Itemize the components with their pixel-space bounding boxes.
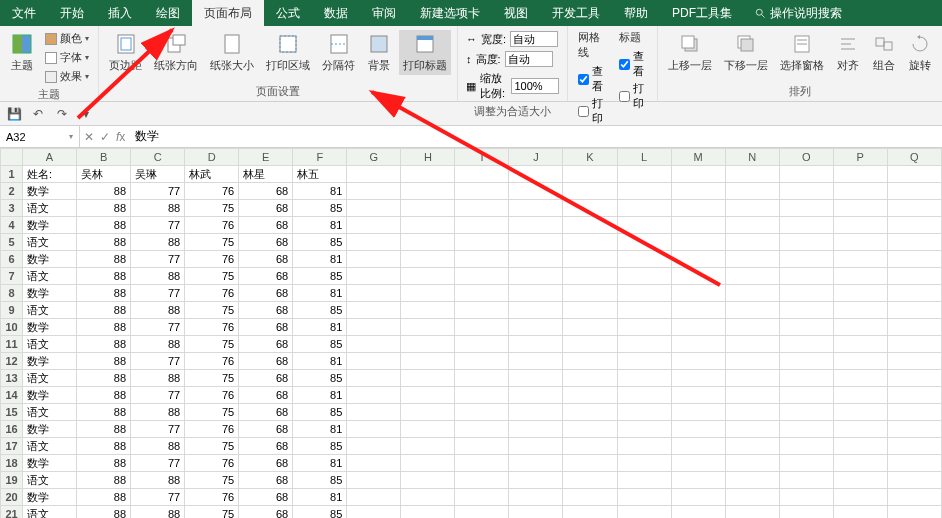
group-page-setup-label: 页面设置 — [105, 82, 451, 101]
cell[interactable]: 林武 — [185, 166, 239, 183]
redo-icon[interactable]: ↷ — [54, 106, 70, 122]
col-header-G[interactable]: G — [347, 149, 401, 166]
save-icon[interactable]: 💾 — [6, 106, 22, 122]
ribbon: 主题 颜色▾ 字体▾ 效果▾ 主题 页边距 纸张方向 纸张大小 打印区域 分隔符… — [0, 26, 942, 102]
gridlines-print-check[interactable]: 打印 — [578, 96, 606, 126]
row-header[interactable]: 8 — [1, 285, 23, 302]
row-header[interactable]: 18 — [1, 455, 23, 472]
col-header-J[interactable]: J — [509, 149, 563, 166]
row-header[interactable]: 14 — [1, 387, 23, 404]
print-titles-button[interactable]: 打印标题 — [399, 30, 451, 75]
tell-me-search[interactable]: 操作说明搜索 — [744, 0, 852, 26]
row-header[interactable]: 11 — [1, 336, 23, 353]
scale-height-select[interactable]: 自动 — [505, 51, 553, 67]
row-header[interactable]: 19 — [1, 472, 23, 489]
col-header-K[interactable]: K — [563, 149, 617, 166]
cell[interactable]: 姓名: — [23, 166, 77, 183]
row-header[interactable]: 13 — [1, 370, 23, 387]
svg-rect-27 — [884, 42, 892, 50]
fx-icon[interactable]: fx — [116, 130, 125, 144]
tab-数据[interactable]: 数据 — [312, 0, 360, 26]
scale-width-select[interactable]: 自动 — [510, 31, 558, 47]
formula-input[interactable] — [129, 126, 942, 147]
row-header[interactable]: 7 — [1, 268, 23, 285]
send-backward-button[interactable]: 下移一层 — [720, 30, 772, 75]
tab-页面布局[interactable]: 页面布局 — [192, 0, 264, 26]
cancel-icon[interactable]: ✕ — [84, 130, 94, 144]
tab-绘图[interactable]: 绘图 — [144, 0, 192, 26]
tab-开始[interactable]: 开始 — [48, 0, 96, 26]
align-button[interactable]: 对齐 — [832, 30, 864, 75]
enter-icon[interactable]: ✓ — [100, 130, 110, 144]
col-header-C[interactable]: C — [131, 149, 185, 166]
col-header-O[interactable]: O — [779, 149, 833, 166]
row-header[interactable]: 6 — [1, 251, 23, 268]
cell[interactable]: 林五 — [293, 166, 347, 183]
col-header-D[interactable]: D — [185, 149, 239, 166]
name-box[interactable]: A32▾ — [0, 126, 80, 147]
headings-print-check[interactable]: 打印 — [619, 81, 647, 111]
background-button[interactable]: 背景 — [363, 30, 395, 75]
row-header[interactable]: 2 — [1, 183, 23, 200]
col-header-N[interactable]: N — [725, 149, 779, 166]
svg-rect-19 — [741, 39, 753, 51]
gridlines-view-check[interactable]: 查看 — [578, 64, 606, 94]
theme-colors[interactable]: 颜色▾ — [42, 30, 92, 47]
col-header-A[interactable]: A — [23, 149, 77, 166]
headings-view-check[interactable]: 查看 — [619, 49, 647, 79]
tab-插入[interactable]: 插入 — [96, 0, 144, 26]
tab-文件[interactable]: 文件 — [0, 0, 48, 26]
col-header-L[interactable]: L — [617, 149, 671, 166]
svg-rect-3 — [13, 35, 22, 53]
scale-ratio-input[interactable] — [511, 78, 559, 94]
scale-ratio-icon: ▦ — [466, 80, 476, 93]
row-header[interactable]: 15 — [1, 404, 23, 421]
print-area-button[interactable]: 打印区域 — [262, 30, 314, 75]
cell[interactable]: 吴琳 — [131, 166, 185, 183]
row-header[interactable]: 17 — [1, 438, 23, 455]
themes-button[interactable]: 主题 — [6, 30, 38, 75]
row-header[interactable]: 5 — [1, 234, 23, 251]
cell[interactable]: 林星 — [239, 166, 293, 183]
tab-帮助[interactable]: 帮助 — [612, 0, 660, 26]
spreadsheet-grid[interactable]: ABCDEFGHIJKLMNOPQ 1姓名:吴林吴琳林武林星林五2数学88777… — [0, 148, 942, 518]
tab-视图[interactable]: 视图 — [492, 0, 540, 26]
selection-pane-button[interactable]: 选择窗格 — [776, 30, 828, 75]
tab-开发工具[interactable]: 开发工具 — [540, 0, 612, 26]
margins-button[interactable]: 页边距 — [105, 30, 146, 75]
select-all-corner[interactable] — [1, 149, 23, 166]
col-header-P[interactable]: P — [833, 149, 887, 166]
col-header-Q[interactable]: Q — [887, 149, 941, 166]
breaks-button[interactable]: 分隔符 — [318, 30, 359, 75]
col-header-E[interactable]: E — [239, 149, 293, 166]
cell[interactable]: 吴林 — [77, 166, 131, 183]
row-header[interactable]: 21 — [1, 506, 23, 519]
row-header[interactable]: 10 — [1, 319, 23, 336]
theme-fonts[interactable]: 字体▾ — [42, 49, 92, 66]
group-theme-label: 主题 — [6, 85, 92, 104]
rotate-button[interactable]: 旋转 — [904, 30, 936, 75]
row-header[interactable]: 3 — [1, 200, 23, 217]
row-header[interactable]: 12 — [1, 353, 23, 370]
undo-icon[interactable]: ↶ — [30, 106, 46, 122]
tab-PDF工具集[interactable]: PDF工具集 — [660, 0, 744, 26]
col-header-M[interactable]: M — [671, 149, 725, 166]
row-header[interactable]: 20 — [1, 489, 23, 506]
col-header-F[interactable]: F — [293, 149, 347, 166]
orientation-button[interactable]: 纸张方向 — [150, 30, 202, 75]
row-header[interactable]: 1 — [1, 166, 23, 183]
tab-审阅[interactable]: 审阅 — [360, 0, 408, 26]
col-header-I[interactable]: I — [455, 149, 509, 166]
col-header-H[interactable]: H — [401, 149, 455, 166]
group-button[interactable]: 组合 — [868, 30, 900, 75]
qat-more-icon[interactable]: ▾ — [78, 106, 94, 122]
row-header[interactable]: 9 — [1, 302, 23, 319]
size-button[interactable]: 纸张大小 — [206, 30, 258, 75]
tab-新建选项卡[interactable]: 新建选项卡 — [408, 0, 492, 26]
col-header-B[interactable]: B — [77, 149, 131, 166]
theme-effects[interactable]: 效果▾ — [42, 68, 92, 85]
tab-公式[interactable]: 公式 — [264, 0, 312, 26]
bring-forward-button[interactable]: 上移一层 — [664, 30, 716, 75]
row-header[interactable]: 4 — [1, 217, 23, 234]
row-header[interactable]: 16 — [1, 421, 23, 438]
